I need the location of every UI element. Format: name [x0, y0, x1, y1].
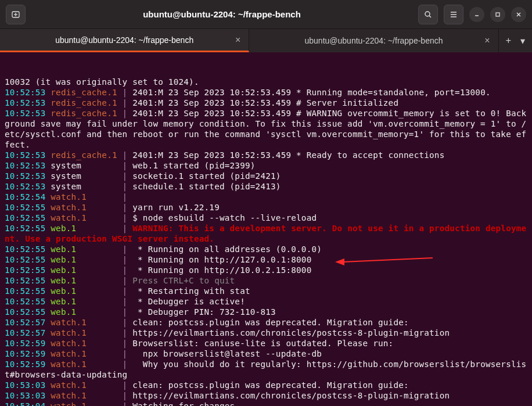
terminal-line: 10:52:55 web.1 | * Debugger PIN: 732-110… — [5, 307, 527, 317]
terminal-line: 10:52:55 web.1 | WARNING: This is a deve… — [5, 223, 527, 244]
terminal-line: 10:53:04 watch.1 | Watching for changes.… — [5, 401, 527, 406]
titlebar: ubuntu@ubuntu-2204: ~/frappe-bench — [0, 0, 532, 29]
tab-add-button[interactable]: + — [506, 35, 511, 46]
terminal-line: 10:52:53 redis_cache.1 | 2401:M 23 Sep 2… — [5, 98, 527, 108]
close-button[interactable] — [511, 7, 526, 22]
svg-rect-9 — [496, 13, 499, 16]
tab-close-icon[interactable]: × — [484, 35, 490, 46]
tabbar: ubuntu@ubuntu-2204: ~/frappe-bench × ubu… — [0, 29, 532, 52]
window-title: ubuntu@ubuntu-2204: ~/frappe-bench — [30, 9, 414, 19]
tab-dropdown-button[interactable]: ▾ — [520, 35, 525, 46]
tab-1[interactable]: ubuntu@ubuntu-2204: ~/frappe-bench × — [249, 29, 498, 52]
terminal-line: 10:52:55 web.1 | * Running on http://10.… — [5, 265, 527, 275]
terminal-line: 10:52:54 watch.1 | — [5, 192, 527, 202]
terminal-line: 10:52:57 watch.1 | https://evilmartians.… — [5, 328, 527, 338]
terminal-line: 10:52:55 web.1 | * Running on http://127… — [5, 254, 527, 265]
terminal-line: 10:52:53 system | schedule.1 started (pi… — [5, 181, 527, 192]
terminal-line: 10:52:53 redis_cache.1 | 2401:M 23 Sep 2… — [5, 87, 527, 98]
terminal-line: 10:52:59 watch.1 | Why you should do it … — [5, 359, 527, 380]
minimize-button[interactable] — [469, 7, 484, 22]
terminal-line: 10:52:55 web.1 | * Debugger is active! — [5, 296, 527, 307]
terminal-line: 10:52:55 web.1 | * Restarting with stat — [5, 286, 527, 296]
terminal-line: 10:52:53 redis_cache.1 | 2401:M 23 Sep 2… — [5, 108, 527, 150]
terminal-line: 10032 (it was originally set to 1024). — [5, 77, 527, 87]
tab-label: ubuntu@ubuntu-2204: ~/frappe-bench — [55, 35, 193, 45]
svg-point-3 — [425, 12, 430, 16]
terminal-line: 10:52:53 system | socketio.1 started (pi… — [5, 171, 527, 181]
terminal-line: 10:52:57 watch.1 | clean: postcss.plugin… — [5, 317, 527, 328]
maximize-button[interactable] — [490, 7, 505, 22]
search-button[interactable] — [418, 5, 438, 24]
terminal-line: 10:52:59 watch.1 | Browserslist: caniuse… — [5, 338, 527, 348]
svg-line-4 — [429, 16, 431, 17]
titlebar-left — [6, 5, 26, 24]
terminal-line: 10:52:53 system | web.1 started (pid=239… — [5, 160, 527, 171]
new-tab-button[interactable] — [6, 5, 26, 24]
tab-close-icon[interactable]: × — [235, 35, 240, 45]
terminal-line: 10:52:55 web.1 | * Running on all addres… — [5, 244, 527, 254]
terminal-line: 10:52:55 web.1 | Press CTRL+C to quit — [5, 275, 527, 286]
menu-button[interactable] — [444, 5, 463, 24]
terminal-line: 10:53:03 watch.1 | clean: postcss.plugin… — [5, 380, 527, 390]
terminal-line: 10:52:55 watch.1 | $ node esbuild --watc… — [5, 213, 527, 223]
terminal-output[interactable]: 10032 (it was originally set to 1024).10… — [0, 52, 532, 406]
tab-label: ubuntu@ubuntu-2204: ~/frappe-bench — [304, 36, 443, 45]
terminal-line: 10:52:53 redis_cache.1 | 2401:M 23 Sep 2… — [5, 150, 527, 160]
terminal-line: 10:52:59 watch.1 | npx browserslist@late… — [5, 348, 527, 359]
terminal-line: 10:53:03 watch.1 | https://evilmartians.… — [5, 390, 527, 401]
tabbar-controls: + ▾ — [499, 29, 532, 52]
tab-0[interactable]: ubuntu@ubuntu-2204: ~/frappe-bench × — [0, 29, 249, 52]
titlebar-right — [418, 5, 526, 24]
terminal-line: 10:52:55 watch.1 | yarn run v1.22.19 — [5, 202, 527, 213]
